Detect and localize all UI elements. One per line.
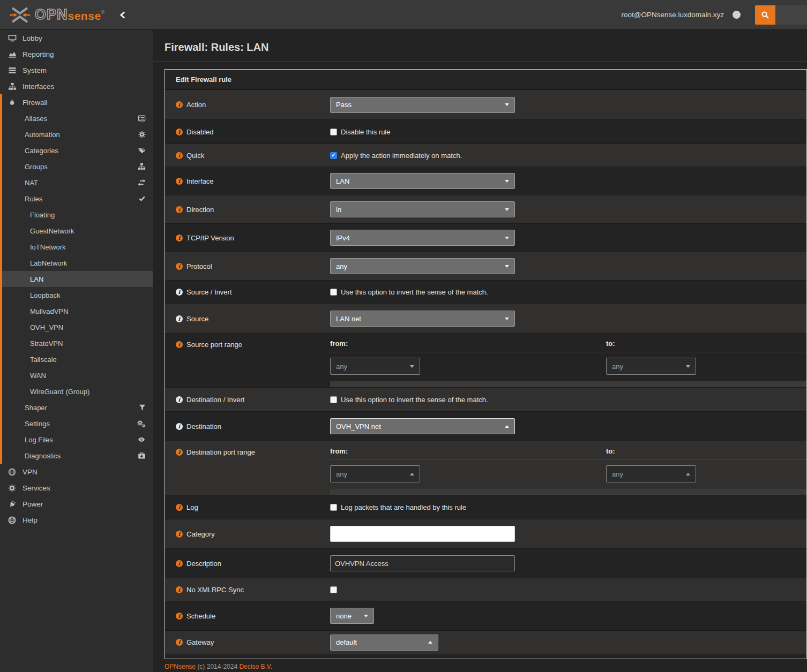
sidebar-item-system[interactable]: System: [0, 62, 153, 78]
field-label: No XMLRPC Sync: [186, 586, 244, 594]
info-icon[interactable]: [176, 423, 183, 430]
chevron-up-icon: [410, 473, 414, 475]
sidebar-item-help[interactable]: Help: [0, 512, 153, 528]
info-icon[interactable]: [176, 449, 183, 456]
destination-invert-checkbox[interactable]: [330, 396, 337, 403]
sidebar-item-firewall[interactable]: Firewall: [2, 94, 153, 110]
info-icon[interactable]: [176, 206, 183, 213]
sidebar-item-shaper[interactable]: Shaper: [2, 399, 153, 416]
sidebar-item-label: OVH_VPN: [30, 323, 63, 331]
deciso-footer-link[interactable]: Deciso B.V.: [239, 663, 272, 670]
destination-select[interactable]: OVH_VPN net: [330, 418, 515, 434]
search-input[interactable]: [775, 5, 807, 25]
field-label: Action: [186, 101, 206, 109]
sidebar-item-labnetwork[interactable]: LabNetwork: [2, 255, 153, 271]
info-icon[interactable]: [176, 586, 183, 593]
description-input[interactable]: [330, 555, 515, 571]
opnsense-logo[interactable]: OPN sense ®: [0, 5, 104, 25]
sidebar-item-reporting[interactable]: Reporting: [0, 46, 153, 62]
sidebar-item-aliases[interactable]: Aliases: [2, 110, 153, 126]
info-icon[interactable]: [176, 396, 183, 403]
info-icon[interactable]: [176, 504, 183, 511]
destination-port-to-select[interactable]: any: [606, 465, 696, 482]
checkbox-label: Log packets that are handled by this rul…: [341, 503, 466, 511]
no-xmlrpc-sync-checkbox[interactable]: [330, 586, 337, 593]
protocol-select[interactable]: any: [330, 258, 515, 274]
info-icon[interactable]: [176, 315, 183, 322]
port-to-header: to:: [606, 447, 806, 455]
source-port-to-select[interactable]: any: [606, 358, 696, 375]
info-icon[interactable]: [176, 101, 183, 108]
sidebar-item-wan[interactable]: WAN: [2, 367, 153, 383]
sidebar-item-label: IoTNetwork: [30, 243, 65, 251]
sidebar-item-vpn[interactable]: VPN: [0, 464, 153, 480]
search-button[interactable]: [755, 5, 775, 25]
plug-icon: [8, 500, 17, 508]
interface-select-value: LAN: [336, 177, 349, 185]
sidebar-item-groups[interactable]: Groups: [2, 158, 153, 175]
destination-port-from-value: any: [336, 470, 347, 478]
source-invert-checkbox[interactable]: [330, 289, 337, 296]
gateway-select[interactable]: default: [330, 635, 438, 651]
sidebar-item-nat[interactable]: NAT: [2, 175, 153, 191]
destination-port-from-select[interactable]: any: [330, 465, 420, 482]
sidebar-item-power[interactable]: Power: [0, 496, 153, 512]
sidebar-item-lobby[interactable]: Lobby: [0, 30, 153, 46]
category-input[interactable]: [330, 526, 515, 542]
direction-select[interactable]: in: [330, 201, 515, 217]
info-icon[interactable]: [176, 613, 183, 620]
source-select[interactable]: LAN net: [330, 311, 515, 327]
ip-version-select[interactable]: IPv4: [330, 230, 515, 246]
sidebar-item-tailscale[interactable]: Tailscale: [2, 351, 153, 367]
source-port-from-select[interactable]: any: [330, 358, 420, 375]
action-select[interactable]: Pass: [330, 97, 515, 113]
field-label: Destination: [186, 422, 221, 431]
info-icon[interactable]: [176, 289, 183, 296]
sidebar-item-label: Reporting: [23, 50, 54, 58]
sidebar-item-categories[interactable]: Categories: [2, 142, 153, 158]
sidebar-item-log-files[interactable]: Log Files: [2, 432, 153, 448]
form-row-quick: Quick Apply the action immediately on ma…: [165, 144, 806, 167]
sidebar-item-loopback[interactable]: Loopback: [2, 287, 153, 303]
sidebar-item-settings[interactable]: Settings: [2, 416, 153, 432]
field-label: TCP/IP Version: [186, 234, 234, 242]
disabled-checkbox[interactable]: [330, 129, 337, 135]
sidebar-item-diagnostics[interactable]: Diagnostics: [2, 448, 153, 464]
footer-copyright: (c) 2014-2024: [197, 663, 237, 670]
sidebar-collapse-button[interactable]: [119, 11, 125, 19]
info-icon[interactable]: [176, 263, 183, 270]
info-icon[interactable]: [176, 341, 183, 348]
info-icon[interactable]: [176, 178, 183, 185]
sidebar-item-guestnetwork[interactable]: GuestNetwork: [2, 223, 153, 239]
schedule-select[interactable]: none: [330, 608, 374, 624]
log-checkbox[interactable]: [330, 504, 337, 511]
interface-select[interactable]: LAN: [330, 173, 515, 189]
sidebar-item-label: VPN: [23, 468, 38, 476]
sidebar-item-mullvadvpn[interactable]: MullvadVPN: [2, 303, 153, 319]
info-icon[interactable]: [176, 152, 183, 159]
info-icon[interactable]: [176, 235, 183, 241]
life-ring-icon: [8, 516, 17, 524]
checkbox-label: Disable this rule: [341, 128, 391, 136]
sidebar-item-floating[interactable]: Floating: [2, 207, 153, 223]
sidebar-item-interfaces[interactable]: Interfaces: [0, 78, 153, 94]
sidebar-item-wireguard-group[interactable]: WireGuard (Group): [2, 383, 153, 399]
sidebar-item-automation[interactable]: Automation: [2, 126, 153, 142]
search-icon: [761, 11, 769, 19]
sidebar-item-services[interactable]: Services: [0, 480, 153, 496]
navbar-right: root@OPNsense.luxdomain.xyz: [621, 0, 807, 29]
sidebar-item-lan-selected[interactable]: LAN: [2, 271, 153, 287]
quick-checkbox[interactable]: [330, 152, 337, 159]
info-icon[interactable]: [176, 129, 183, 135]
info-icon[interactable]: [176, 560, 183, 567]
sidebar-item-ovh-vpn[interactable]: OVH_VPN: [2, 319, 153, 335]
sidebar-item-rules[interactable]: Rules: [2, 191, 153, 207]
sidebar-item-iotnetwork[interactable]: IoTNetwork: [2, 239, 153, 255]
opnsense-footer-link[interactable]: OPNsense: [165, 663, 196, 670]
medkit-icon: [138, 452, 146, 459]
sidebar-item-label: Rules: [25, 195, 42, 203]
info-icon[interactable]: [176, 531, 183, 538]
sidebar-item-stratovpn[interactable]: StratoVPN: [2, 335, 153, 351]
info-icon[interactable]: [176, 639, 183, 646]
sidebar-item-label: Interfaces: [23, 82, 54, 90]
